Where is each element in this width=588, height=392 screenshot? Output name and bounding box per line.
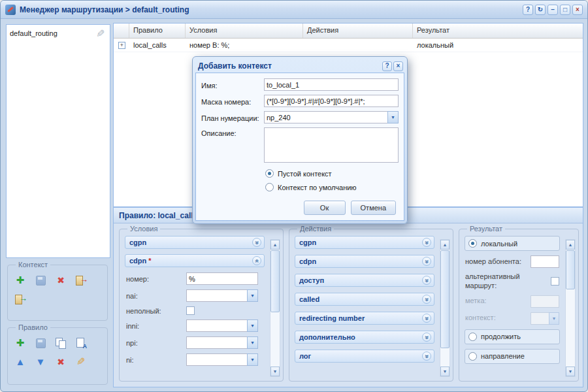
dialog-help-button[interactable]: ? bbox=[382, 61, 392, 71]
collapse-button[interactable] bbox=[252, 256, 261, 265]
number-input[interactable] bbox=[186, 272, 258, 285]
add-rule-icon[interactable] bbox=[14, 337, 26, 349]
result-option-continue[interactable]: продолжить bbox=[465, 329, 560, 344]
scroll-up-icon[interactable] bbox=[440, 240, 449, 250]
delete-rule-icon[interactable] bbox=[55, 356, 67, 368]
inni-combobox[interactable] bbox=[186, 319, 258, 332]
copy-rule-rename-icon[interactable] bbox=[75, 337, 87, 349]
conditions-scrollbar[interactable] bbox=[270, 239, 280, 377]
edit-rule-icon[interactable] bbox=[75, 356, 87, 368]
save-context-icon[interactable] bbox=[35, 274, 46, 286]
radio-continue[interactable] bbox=[468, 333, 477, 341]
label-input[interactable] bbox=[531, 295, 559, 308]
plan-input[interactable] bbox=[264, 111, 387, 123]
window-help-button[interactable]: ? bbox=[523, 5, 533, 15]
expand-button[interactable] bbox=[422, 276, 431, 285]
plan-combobox[interactable] bbox=[264, 111, 399, 123]
option-default-context[interactable]: Контекст по умолчанию bbox=[265, 183, 399, 191]
expand-button[interactable] bbox=[422, 333, 431, 342]
radio-local[interactable] bbox=[468, 239, 477, 248]
context-combobox[interactable] bbox=[531, 312, 559, 325]
table-row[interactable]: + local_calls номер B: %; локальный bbox=[114, 39, 583, 52]
expand-button[interactable] bbox=[422, 238, 431, 247]
dialog-close-button[interactable]: × bbox=[393, 61, 403, 71]
scroll-down-icon[interactable] bbox=[440, 367, 449, 376]
expand-button[interactable] bbox=[252, 238, 261, 247]
column-header-result[interactable]: Результат bbox=[413, 24, 583, 38]
double-chevron-down-icon bbox=[253, 241, 260, 244]
delete-context-icon[interactable] bbox=[55, 274, 67, 286]
radio-default-context[interactable] bbox=[265, 183, 274, 191]
chevron-down-icon[interactable] bbox=[247, 336, 258, 349]
chevron-down-icon[interactable] bbox=[387, 111, 399, 123]
subscriber-number-input[interactable] bbox=[531, 255, 559, 268]
inni-label: inni: bbox=[126, 322, 186, 330]
section-cgpn[interactable]: cgpn bbox=[125, 236, 265, 249]
incomplete-checkbox[interactable] bbox=[186, 306, 195, 315]
window-tools: ? ↻ – □ × bbox=[523, 5, 583, 15]
npi-combobox[interactable] bbox=[186, 336, 258, 349]
scroll-thumb[interactable] bbox=[440, 250, 449, 348]
scroll-thumb[interactable] bbox=[566, 250, 575, 289]
section-actions-redirecting-number[interactable]: redirecting number bbox=[295, 312, 434, 325]
result-option-local[interactable]: локальный bbox=[465, 236, 560, 251]
column-header-actions[interactable]: Действия bbox=[303, 24, 413, 38]
name-input[interactable] bbox=[264, 78, 399, 91]
radio-direction[interactable] bbox=[468, 352, 477, 361]
column-header-conditions[interactable]: Условия bbox=[186, 24, 303, 38]
window-maximize-button[interactable]: □ bbox=[560, 5, 570, 15]
expand-button[interactable] bbox=[422, 295, 431, 304]
section-cdpn[interactable]: cdpn * bbox=[125, 254, 265, 267]
window-close-button[interactable]: × bbox=[572, 5, 583, 15]
chevron-down-icon[interactable] bbox=[247, 353, 258, 366]
nai-combobox[interactable] bbox=[186, 289, 258, 302]
chevron-down-icon[interactable] bbox=[247, 319, 258, 332]
npi-input[interactable] bbox=[186, 336, 247, 349]
scroll-down-icon[interactable] bbox=[270, 367, 280, 376]
chevron-down-icon[interactable] bbox=[549, 312, 559, 325]
section-actions-log[interactable]: лог bbox=[295, 350, 434, 363]
export-context-icon[interactable] bbox=[75, 274, 87, 286]
add-context-icon[interactable] bbox=[14, 274, 26, 286]
scroll-down-icon[interactable] bbox=[566, 367, 575, 376]
context-input[interactable] bbox=[531, 312, 549, 325]
option-empty-context[interactable]: Пустой контекст bbox=[265, 169, 399, 178]
ni-input[interactable] bbox=[186, 353, 247, 366]
result-scrollbar[interactable] bbox=[565, 239, 576, 377]
window-minimize-button[interactable]: – bbox=[547, 5, 558, 15]
save-rule-icon[interactable] bbox=[35, 337, 46, 349]
edit-routing-icon[interactable] bbox=[95, 27, 106, 39]
expand-button[interactable] bbox=[422, 257, 431, 266]
chevron-down-icon[interactable] bbox=[247, 289, 258, 302]
result-option-direction[interactable]: направление bbox=[465, 349, 560, 364]
move-rule-up-icon[interactable] bbox=[14, 356, 26, 368]
alt-route-checkbox[interactable] bbox=[551, 277, 559, 286]
nai-input[interactable] bbox=[186, 289, 247, 302]
column-header-rule[interactable]: Правило bbox=[129, 24, 186, 38]
scroll-up-icon[interactable] bbox=[270, 240, 280, 250]
cancel-button[interactable]: Отмена bbox=[351, 201, 396, 215]
section-actions-cgpn[interactable]: cgpn bbox=[295, 236, 434, 249]
row-expander[interactable]: + bbox=[118, 42, 125, 49]
import-context-icon[interactable] bbox=[14, 293, 26, 305]
dialog-body: Имя: Маска номера: План нумерации: Описа… bbox=[195, 73, 404, 221]
window-refresh-button[interactable]: ↻ bbox=[535, 5, 546, 15]
section-actions-called[interactable]: called bbox=[295, 293, 434, 306]
ni-combobox[interactable] bbox=[186, 353, 258, 366]
scroll-up-icon[interactable] bbox=[566, 240, 575, 250]
expand-button[interactable] bbox=[422, 314, 431, 323]
routing-list-item[interactable]: default_routing bbox=[7, 25, 110, 42]
section-actions-additional[interactable]: дополнительно bbox=[295, 331, 434, 344]
scroll-thumb[interactable] bbox=[270, 250, 280, 312]
copy-rule-icon[interactable] bbox=[55, 337, 67, 349]
move-rule-down-icon[interactable] bbox=[35, 356, 46, 368]
expand-button[interactable] bbox=[422, 351, 431, 361]
inni-input[interactable] bbox=[186, 319, 247, 332]
ok-button[interactable]: Ок bbox=[304, 201, 346, 215]
section-actions-access[interactable]: доступ bbox=[295, 274, 434, 287]
mask-input[interactable] bbox=[264, 95, 399, 107]
radio-empty-context[interactable] bbox=[265, 169, 274, 178]
section-actions-cdpn[interactable]: cdpn bbox=[295, 255, 434, 268]
actions-scrollbar[interactable] bbox=[440, 239, 450, 377]
description-textarea[interactable] bbox=[264, 127, 399, 163]
